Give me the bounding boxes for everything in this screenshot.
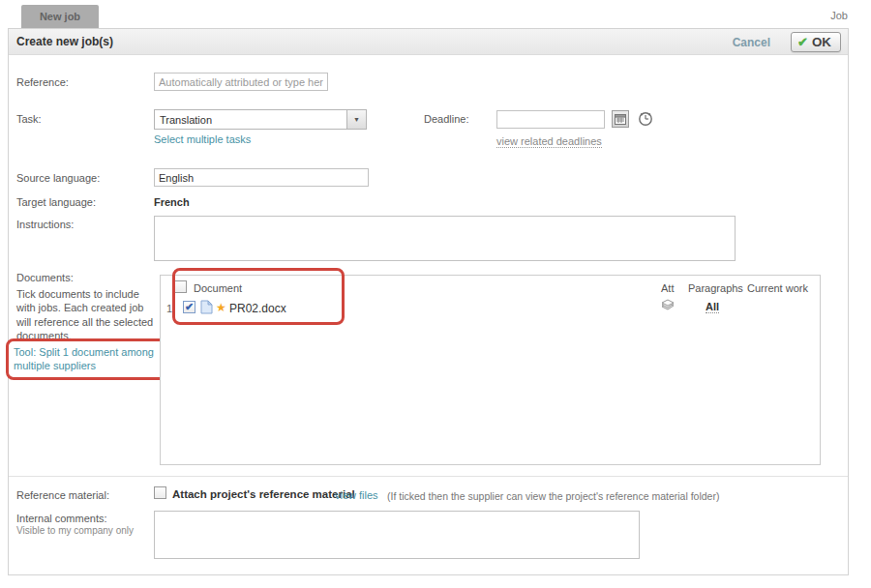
- instructions-label: Instructions:: [16, 219, 74, 230]
- panel-header: Create new job(s) Cancel ✔ OK: [9, 29, 848, 55]
- star-icon: ★: [216, 301, 226, 314]
- internal-comments-label: Internal comments:: [16, 513, 107, 524]
- document-row-number: 1: [166, 303, 172, 314]
- column-header-att: Att: [661, 282, 674, 294]
- target-language-label: Target language:: [16, 196, 96, 208]
- ok-button[interactable]: ✔ OK: [791, 32, 841, 52]
- tab-new-job[interactable]: New job: [21, 5, 99, 29]
- view-related-deadlines-link[interactable]: view related deadlines: [496, 135, 602, 148]
- reference-input[interactable]: [154, 73, 328, 91]
- tool-split-highlight: Tool: Split 1 document among multiple su…: [6, 338, 172, 380]
- create-job-panel: Create new job(s) Cancel ✔ OK Reference:…: [8, 28, 849, 575]
- reference-material-note: (If ticked then the supplier can view th…: [387, 490, 719, 502]
- document-checkbox[interactable]: ✔: [183, 301, 195, 313]
- attach-reference-material-checkbox[interactable]: [154, 486, 166, 499]
- documents-label: Documents:: [16, 272, 74, 283]
- select-multiple-tasks-link[interactable]: Select multiple tasks: [154, 133, 251, 145]
- view-files-link[interactable]: view files: [335, 489, 378, 501]
- calendar-icon[interactable]: [612, 110, 629, 128]
- target-language-value: French: [154, 196, 190, 208]
- reference-label: Reference:: [16, 76, 69, 88]
- source-language-label: Source language:: [16, 172, 100, 184]
- task-label: Task:: [16, 113, 42, 125]
- attachment-icon[interactable]: [660, 299, 676, 314]
- documents-help-text: Tick documents to include with jobs. Eac…: [16, 287, 157, 342]
- task-dropdown[interactable]: Translation ▼: [154, 109, 367, 130]
- document-file-icon: [200, 300, 213, 316]
- ok-check-icon: ✔: [797, 36, 808, 48]
- deadline-label: Deadline:: [424, 113, 468, 125]
- deadline-input[interactable]: [496, 110, 605, 129]
- column-header-paragraphs: Paragraphs: [688, 282, 743, 294]
- task-dropdown-value: Translation: [155, 114, 346, 126]
- attach-reference-material-text: Attach project's reference material: [172, 488, 355, 500]
- internal-comments-sublabel: Visible to my company only: [16, 525, 134, 536]
- reference-material-label: Reference material:: [16, 489, 109, 501]
- instructions-textarea[interactable]: [154, 216, 736, 261]
- column-header-current-work: Current work: [747, 282, 808, 294]
- chevron-down-icon[interactable]: ▼: [346, 110, 366, 129]
- job-corner-label: Job: [830, 10, 848, 21]
- create-job-page: New job Job Create new job(s) Cancel ✔ O…: [0, 0, 871, 588]
- source-language-input[interactable]: [154, 168, 369, 187]
- documents-column-header: Document: [194, 282, 242, 294]
- page-title: Create new job(s): [16, 29, 113, 55]
- ok-button-label: OK: [812, 35, 831, 49]
- section-divider: [9, 476, 848, 477]
- select-all-documents-checkbox[interactable]: [174, 280, 187, 293]
- paragraphs-all-link[interactable]: All: [706, 301, 719, 313]
- clock-icon[interactable]: [636, 108, 655, 128]
- internal-comments-textarea[interactable]: [154, 511, 640, 559]
- document-name[interactable]: PR02.docx: [229, 302, 286, 315]
- documents-list: Document Att Paragraphs Current work 1 ✔…: [160, 275, 821, 465]
- tool-split-link[interactable]: Tool: Split 1 document among multiple su…: [14, 346, 154, 371]
- cancel-button[interactable]: Cancel: [733, 36, 770, 49]
